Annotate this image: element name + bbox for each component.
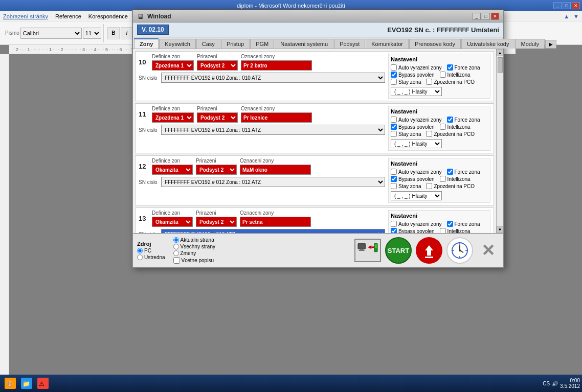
tab-pristup[interactable]: Pristup: [221, 39, 250, 49]
tab-nastaveni[interactable]: Nastaveni systemu: [275, 39, 333, 49]
option-aktualni[interactable]: Aktualni strana: [173, 237, 215, 243]
zone-10-hlasity-select[interactable]: ( _ , _ ) Hlasity: [391, 87, 442, 96]
zone-10-definice-select[interactable]: Zpozdena 1: [152, 60, 194, 71]
zone-10-stay-cb[interactable]: [391, 79, 397, 85]
option-zmeny[interactable]: Zmeny: [173, 250, 215, 256]
zone-12-auto-cb[interactable]: [391, 169, 397, 175]
scroll-up-btn[interactable]: ▲: [497, 49, 503, 56]
vcetne-popisu-cb[interactable]: [173, 257, 180, 264]
zone-13-oznaceni-input[interactable]: [240, 217, 311, 227]
menu-item-mail[interactable]: Korespondence: [88, 13, 128, 19]
bold-btn[interactable]: B: [107, 27, 120, 39]
zone-10-bypass[interactable]: Bypass povolen: [391, 72, 435, 78]
radio-ustredna[interactable]: Ustredna: [137, 255, 165, 260]
zone-10-sn-select[interactable]: FFFFFFFF EVO192 # 010 Zona : 010 ATZ: [161, 73, 385, 83]
nav-end-btn[interactable]: ▼: [573, 13, 579, 19]
zone-12-zpozdeni[interactable]: Zpozdeni na PCO: [426, 183, 475, 189]
zone-12-sn-select[interactable]: FFFFFFFF EVO192 # 012 Zona : 012 ATZ: [161, 177, 385, 187]
zone-10-prirazeni-select[interactable]: Podsyst 2: [197, 60, 238, 71]
font-select[interactable]: Calibri: [20, 28, 82, 39]
zone-13-sn-select[interactable]: FFFFFFFF EVO192 # 013 ATZ: [161, 229, 385, 233]
zone-13-bypass[interactable]: Bypass povolen: [391, 228, 435, 233]
close-x-btn[interactable]: ✕: [477, 239, 499, 262]
taskbar-folder-icon[interactable]: 📁: [19, 376, 34, 390]
zone-13-force[interactable]: Force zona: [447, 221, 480, 227]
download-btn[interactable]: [416, 237, 442, 264]
zone-12-prirazeni-select[interactable]: Podsyst 2: [196, 165, 237, 175]
dialog-window-controls[interactable]: _ □ ✕: [473, 13, 499, 20]
zone-12-bypass-cb[interactable]: [391, 176, 397, 182]
tab-casy[interactable]: Casy: [196, 39, 220, 49]
dialog-close-btn[interactable]: ✕: [491, 13, 499, 20]
tab-keyswitch[interactable]: Keyswitch: [159, 39, 196, 49]
dialog-maximize-btn[interactable]: □: [482, 13, 490, 20]
window-controls[interactable]: _ □ ✕: [553, 2, 580, 9]
minimize-btn[interactable]: _: [553, 2, 562, 9]
clock-btn[interactable]: [446, 237, 473, 264]
zone-12-hlasity-select[interactable]: ( _ , _ ) Hlasity: [391, 191, 442, 200]
zone-10-inteli-cb[interactable]: [440, 72, 446, 78]
tab-komunikator[interactable]: Komunikator: [366, 39, 409, 49]
zone-12-definice-select[interactable]: Okamzita: [152, 165, 193, 175]
tab-prenosove[interactable]: Prenosove kody: [409, 39, 461, 49]
zone-13-inteli[interactable]: Intellizona: [440, 228, 471, 233]
zone-12-bypass[interactable]: Bypass povolen: [391, 176, 435, 182]
menu-item-ref[interactable]: Reference: [55, 13, 81, 19]
tab-podsyst[interactable]: Podsyst: [334, 39, 365, 49]
dialog-minimize-btn[interactable]: _: [473, 13, 481, 20]
zone-11-inteli-cb[interactable]: [440, 124, 446, 130]
vcetne-popisu-checkbox[interactable]: Vcetne popisu: [173, 257, 215, 264]
zone-11-inteli[interactable]: Intellizona: [440, 124, 471, 130]
option-aktualni-input[interactable]: [173, 237, 179, 243]
zone-11-force-cb[interactable]: [447, 117, 453, 123]
close-btn[interactable]: ✕: [572, 2, 580, 9]
zone-13-inteli-cb[interactable]: [440, 228, 446, 233]
zone-13-auto-vyr[interactable]: Auto vyrazeni zony: [391, 221, 442, 227]
zone-10-zpozdeni[interactable]: Zpozdeni na PCO: [426, 79, 475, 85]
zone-10-auto-vyr[interactable]: Auto vyrazeni zony: [391, 64, 442, 71]
menu-item-edit[interactable]: Zobrazení stránky: [3, 13, 48, 19]
taskbar-alert-icon[interactable]: ⚠: [35, 376, 51, 390]
zone-10-auto-vyr-cb[interactable]: [391, 64, 397, 71]
scrollbar-right[interactable]: ▲ ▼: [496, 49, 503, 233]
zone-12-force-cb[interactable]: [447, 169, 453, 175]
radio-ustredna-input[interactable]: [137, 255, 143, 260]
zone-12-stay[interactable]: Stay zona: [391, 183, 421, 189]
font-size-select[interactable]: 11: [83, 28, 101, 39]
zone-11-definice-select[interactable]: Zpozdena 1: [152, 112, 194, 123]
zone-11-auto-vyr[interactable]: Auto vyrazeni zony: [391, 117, 442, 123]
zone-10-stay[interactable]: Stay zona: [391, 79, 421, 85]
radio-pc-input[interactable]: [137, 248, 143, 253]
zone-13-prirazeni-select[interactable]: Podsyst 2: [196, 217, 237, 227]
zone-12-auto-vyr[interactable]: Auto vyrazeni zony: [391, 169, 442, 175]
zone-13-auto-cb[interactable]: [391, 221, 397, 227]
start-btn[interactable]: START: [385, 237, 412, 264]
italic-btn[interactable]: I: [121, 27, 133, 39]
zone-12-zp-cb[interactable]: [426, 183, 432, 189]
zone-11-auto-cb[interactable]: [391, 117, 397, 123]
zone-12-inteli-cb[interactable]: [440, 176, 446, 182]
zone-10-bypass-cb[interactable]: [391, 72, 397, 78]
tabs-right-arrow[interactable]: ▶: [545, 40, 556, 49]
zone-11-prirazeni-select[interactable]: Podsyst 2: [197, 112, 238, 123]
zone-11-stay-cb[interactable]: [391, 131, 397, 137]
scroll-down-btn[interactable]: ▼: [497, 226, 503, 233]
zone-11-oznaceni-input[interactable]: [241, 112, 312, 123]
zone-12-stay-cb[interactable]: [391, 183, 397, 189]
zone-10-zpozdeni-cb[interactable]: [426, 79, 432, 85]
option-vsechny[interactable]: Vsechny strany: [173, 244, 215, 249]
maximize-btn[interactable]: □: [563, 2, 571, 9]
tab-moduly[interactable]: Moduly: [515, 39, 544, 49]
zone-11-force[interactable]: Force zona: [447, 117, 480, 123]
zone-11-sn-select[interactable]: FFFFFFFF EVO192 # 011 Zona : 011 ATZ: [161, 125, 385, 135]
zone-13-bypass-cb[interactable]: [391, 228, 397, 233]
radio-pc[interactable]: PC: [137, 248, 165, 253]
zone-13-definice-select[interactable]: Okamzita: [152, 217, 193, 227]
zone-13-force-cb[interactable]: [447, 221, 453, 227]
option-zmeny-input[interactable]: [173, 250, 179, 256]
zone-11-zp-cb[interactable]: [426, 131, 432, 137]
tab-zony[interactable]: Zony: [134, 38, 159, 49]
taskbar-paint-icon[interactable]: 🎨: [3, 376, 18, 390]
zone-11-hlasity-select[interactable]: ( _ , _ ) Hlasity: [391, 139, 442, 148]
transfer-btn[interactable]: [354, 239, 381, 262]
